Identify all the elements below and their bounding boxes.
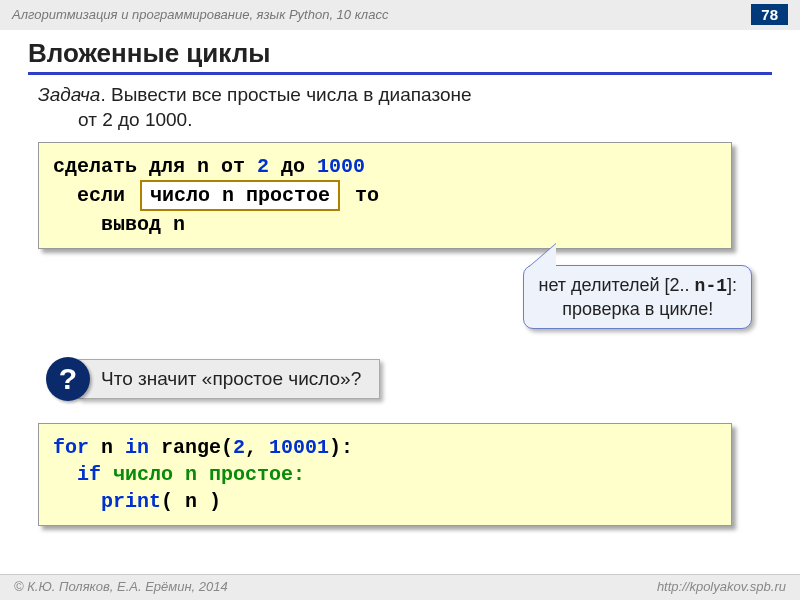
footer-copyright: © К.Ю. Поляков, Е.А. Ерёмин, 2014 [14,579,228,594]
code-text: ( n ) [161,490,221,513]
num: 2 [233,436,245,459]
callout-line1: нет делителей [2.. n-1]: [538,274,737,298]
slide-heading: Вложенные циклы [28,38,772,75]
callout-tail-icon [528,244,556,268]
code-text: ): [329,436,353,459]
num: 10001 [269,436,329,459]
boxed-condition: число n простое [140,180,340,211]
pseudo-num: 1000 [317,155,365,178]
pseudo-line-3: вывод n [53,211,717,238]
kw: if [77,463,101,486]
pseudo-num: 2 [257,155,269,178]
footer-url: http://kpolyakov.spb.ru [657,579,786,594]
question-row: ? Что значит «простое число»? [46,357,772,401]
slide-content: Вложенные циклы Задача. Вывести все прос… [0,30,800,526]
task-label: Задача [38,84,100,105]
kw: print [101,490,161,513]
callout-wrap: нет делителей [2.. n-1]: проверка в цикл… [28,275,772,339]
code-line-3: print( n ) [53,488,717,515]
code-text: range( [149,436,233,459]
pseudo-line-1: сделать для n от 2 до 1000 [53,153,717,180]
callout-mono: n-1 [695,276,727,296]
code-line-2: if число n простое: [53,461,717,488]
code-comment: число n простое: [101,463,305,486]
slide-header: Алгоритмизация и программирование, язык … [0,0,800,30]
code-text: n [89,436,125,459]
page-number: 78 [751,4,788,25]
code-block: for n in range(2, 10001): if число n про… [38,423,732,526]
pseudo-text: вывод n [101,213,185,236]
pseudo-text: до [269,155,317,178]
pseudo-text: то [355,184,379,207]
callout-text: нет делителей [2.. [538,275,694,295]
question-text: Что значит «простое число»? [78,359,380,399]
pseudocode-block: сделать для n от 2 до 1000 если число n … [38,142,732,249]
task-line2: от 2 до 1000. [78,108,772,133]
task-line1: . Вывести все простые числа в диапазоне [100,84,471,105]
callout-bubble: нет делителей [2.. n-1]: проверка в цикл… [523,265,752,329]
kw: in [125,436,149,459]
code-line-1: for n in range(2, 10001): [53,434,717,461]
kw: for [53,436,89,459]
task-text: Задача. Вывести все простые числа в диап… [38,83,772,132]
pseudo-text: сделать для n от [53,155,257,178]
callout-line2: проверка в цикле! [538,298,737,321]
header-title: Алгоритмизация и программирование, язык … [12,7,388,22]
code-text: , [245,436,269,459]
slide-footer: © К.Ю. Поляков, Е.А. Ерёмин, 2014 http:/… [0,574,800,600]
pseudo-line-2: если число n простое то [53,180,717,211]
callout-text: ]: [727,275,737,295]
pseudo-text: если [77,184,125,207]
